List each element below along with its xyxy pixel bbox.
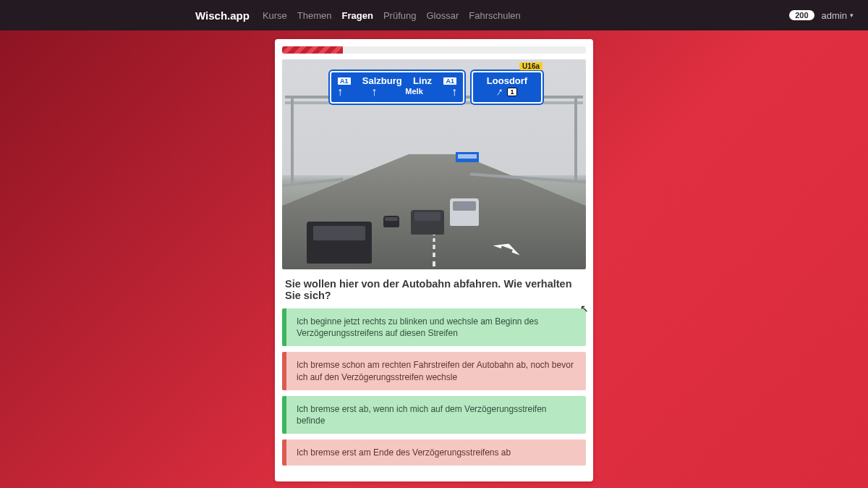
user-name: admin xyxy=(822,10,847,21)
exit-number-badge: U16a xyxy=(519,62,542,70)
quiz-progress xyxy=(282,46,586,54)
top-navbar: Wisch.app Kurse Themen Fragen Prüfung Gl… xyxy=(0,0,868,30)
overhead-sign-left: A1 Salzburg Linz A1 ↑ ↑ Melk ↑ xyxy=(330,71,464,104)
car-icon xyxy=(411,210,444,235)
question-card: A1 Salzburg Linz A1 ↑ ↑ Melk ↑ xyxy=(275,39,593,481)
answer-option[interactable]: Ich bremse erst ab, wenn ich mich auf de… xyxy=(282,396,586,434)
brand[interactable]: Wisch.app xyxy=(195,9,250,22)
answer-option[interactable]: Ich bremse erst am Ende des Verzögerungs… xyxy=(282,439,586,466)
nav-link-glossar[interactable]: Glossar xyxy=(426,10,459,21)
nav-link-fragen[interactable]: Fragen xyxy=(342,10,373,21)
answer-option[interactable]: Ich bremse schon am rechten Fahrstreifen… xyxy=(282,352,586,390)
nav-link-fahrschulen[interactable]: Fahrschulen xyxy=(469,10,521,21)
answer-option[interactable]: Ich beginne jetzt rechts zu blinken und … xyxy=(282,308,586,346)
route-badge: 1 xyxy=(507,88,516,96)
route-badge: A1 xyxy=(337,77,352,85)
user-menu[interactable]: admin ▾ xyxy=(822,10,854,21)
car-icon xyxy=(383,216,399,227)
route-badge: A1 xyxy=(443,77,457,85)
nav-links: Kurse Themen Fragen Prüfung Glossar Fahr… xyxy=(263,10,789,21)
overhead-sign-right: U16a Loosdorf ↑ 1 xyxy=(472,71,542,104)
nav-link-themen[interactable]: Themen xyxy=(297,10,332,21)
up-arrow-icon: ↑ xyxy=(451,86,457,98)
sign-city: Linz xyxy=(413,75,432,86)
quiz-progress-bar xyxy=(282,46,343,54)
sign-city: Salzburg xyxy=(362,75,402,86)
question-text: Sie wollen hier von der Autobahn abfahre… xyxy=(282,269,586,306)
exit-arrow-icon: ↑ xyxy=(495,85,506,98)
sign-city: Loosdorf xyxy=(487,75,527,86)
credits-badge[interactable]: 200 xyxy=(789,10,814,20)
nav-link-pruefung[interactable]: Prüfung xyxy=(383,10,417,21)
answer-list: ↖ Ich beginne jetzt rechts zu blinken un… xyxy=(282,306,586,466)
up-arrow-icon: ↑ xyxy=(337,86,343,98)
distant-sign-icon xyxy=(456,152,479,162)
van-icon xyxy=(450,198,479,226)
sign-city-sub: Melk xyxy=(405,87,422,96)
up-arrow-icon: ↑ xyxy=(371,86,377,98)
car-icon xyxy=(307,222,372,264)
scenario-image: A1 Salzburg Linz A1 ↑ ↑ Melk ↑ xyxy=(282,59,586,269)
chevron-down-icon: ▾ xyxy=(850,12,854,19)
nav-link-kurse[interactable]: Kurse xyxy=(263,10,287,21)
